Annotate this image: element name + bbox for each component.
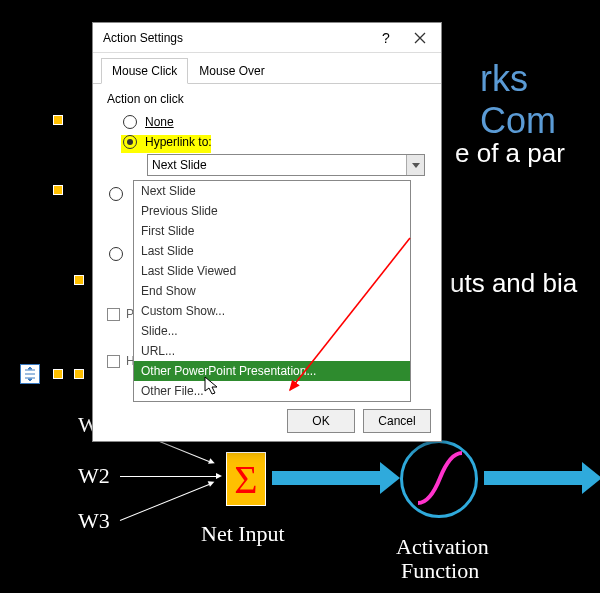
dropdown-option[interactable]: Other File...: [134, 381, 410, 401]
radio-none-label: None: [145, 115, 174, 129]
radio-icon: [109, 187, 123, 201]
action-on-click-group-label: Action on click: [93, 84, 441, 112]
close-button[interactable]: [403, 24, 437, 52]
selection-handle[interactable]: [53, 115, 63, 125]
hyperlink-dropdown-list: Next Slide Previous Slide First Slide La…: [133, 180, 411, 402]
radio-icon: [109, 247, 123, 261]
radio-run-program[interactable]: [93, 184, 131, 204]
activation-label: Activation: [396, 534, 489, 560]
sigmoid-curve-icon: [412, 445, 470, 511]
ok-button[interactable]: OK: [287, 409, 355, 433]
selection-handle[interactable]: [74, 275, 84, 285]
dropdown-chevron-icon[interactable]: [406, 155, 424, 175]
selection-handle[interactable]: [74, 369, 84, 379]
weight-label-w3: W3: [78, 508, 110, 534]
dropdown-option[interactable]: Previous Slide: [134, 201, 410, 221]
combo-selected-value: Next Slide: [152, 158, 207, 172]
radio-hyperlink-label: Hyperlink to:: [145, 135, 212, 149]
dropdown-option[interactable]: Last Slide Viewed: [134, 261, 410, 281]
checkbox-icon: [107, 355, 120, 368]
checkbox-icon: [107, 308, 120, 321]
selection-handle[interactable]: [53, 185, 63, 195]
weight-label-w2: W2: [78, 463, 110, 489]
function-label: Function: [401, 558, 479, 584]
action-settings-dialog: Action Settings ? Mouse Click Mouse Over…: [92, 22, 442, 442]
dialog-title: Action Settings: [103, 31, 369, 45]
radio-none[interactable]: None: [107, 112, 427, 132]
flow-arrow: [272, 471, 382, 485]
sigma-summation-node: Σ: [226, 452, 266, 506]
dropdown-option[interactable]: Last Slide: [134, 241, 410, 261]
dropdown-option[interactable]: Next Slide: [134, 181, 410, 201]
radio-run-macro[interactable]: [93, 244, 131, 264]
tab-mouse-click[interactable]: Mouse Click: [101, 58, 188, 84]
weight-arrow: [120, 476, 216, 477]
dropdown-option[interactable]: First Slide: [134, 221, 410, 241]
dialog-titlebar[interactable]: Action Settings ?: [93, 23, 441, 53]
radio-hyperlink-to[interactable]: Hyperlink to:: [107, 132, 427, 152]
help-button[interactable]: ?: [369, 24, 403, 52]
slide-text-fragment: uts and bia: [450, 268, 577, 299]
text-alignment-icon[interactable]: [20, 364, 40, 384]
slide-text-fragment: e of a par: [455, 138, 565, 169]
dropdown-option-label: Other PowerPoint Presentation...: [141, 364, 316, 378]
mouse-cursor-icon: [204, 376, 220, 396]
dialog-tabs: Mouse Click Mouse Over: [93, 53, 441, 84]
dropdown-option[interactable]: URL...: [134, 341, 410, 361]
dropdown-option[interactable]: Custom Show...: [134, 301, 410, 321]
dropdown-option[interactable]: Slide...: [134, 321, 410, 341]
net-input-label: Net Input: [201, 521, 285, 547]
selection-handle[interactable]: [53, 369, 63, 379]
radio-icon-selected: [123, 135, 137, 149]
dropdown-option-other-powerpoint[interactable]: Other PowerPoint Presentation...: [134, 361, 410, 381]
radio-icon: [123, 115, 137, 129]
hyperlink-target-combo[interactable]: Next Slide: [147, 154, 425, 176]
tab-mouse-over[interactable]: Mouse Over: [188, 58, 275, 84]
dropdown-option[interactable]: End Show: [134, 281, 410, 301]
slide-title-fragment-right: rks Com: [480, 58, 600, 142]
flow-arrow: [484, 471, 584, 485]
cancel-button[interactable]: Cancel: [363, 409, 431, 433]
weight-arrow: [120, 484, 209, 521]
